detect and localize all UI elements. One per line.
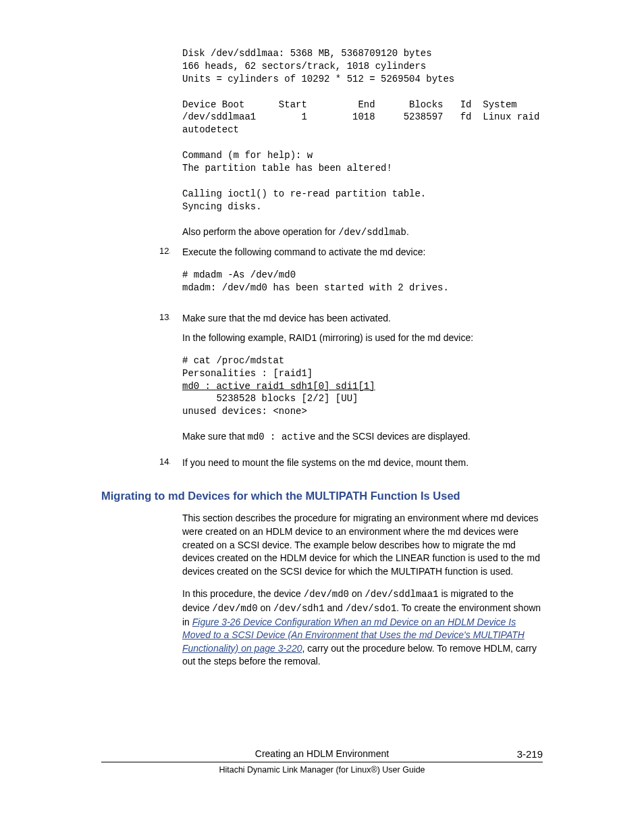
paragraph-procedure-detail: In this procedure, the device /dev/md0 o… [182,588,543,669]
text-make-1: Make sure that [182,431,248,442]
device-path-sddlmab: /dev/sddlmab [338,227,406,238]
list-number-12: 12. [159,246,182,306]
text-make-2: and the SCSI devices are displayed. [315,431,471,442]
step13-text1: Make sure that the md device has been ac… [182,312,543,325]
code-block-fdisk-output: Disk /dev/sddlmaa: 5368 MB, 5368709120 b… [182,47,543,213]
footer-title: Creating an HDLM Environment [101,748,543,762]
step14-text: If you need to mount the file systems on… [182,457,543,470]
list-number-14: 14. [159,457,182,477]
paragraph-section-intro: This section describes the procedure for… [182,512,543,578]
list-item-13: 13. Make sure that the md device has bee… [159,312,543,451]
list-number-13: 13. [159,312,182,451]
text-also-1: Also perform the above operation for [182,226,338,237]
paragraph-make-sure: Make sure that md0 : active and the SCSI… [182,430,543,444]
list-item-12: 12. Execute the following command to act… [159,246,543,306]
step12-text: Execute the following command to activat… [182,246,543,259]
code-block-mdadm-activate: # mdadm -As /dev/md0 mdadm: /dev/md0 has… [182,269,543,294]
code-md0-active: md0 : active [248,432,316,442]
section-heading-migrating: Migrating to md Devices for which the MU… [101,490,543,502]
paragraph-also-perform: Also perform the above operation for /de… [182,226,543,240]
step13-text2: In the following example, RAID1 (mirrori… [182,332,543,345]
text-also-2: . [406,226,409,237]
list-item-14: 14. If you need to mount the file system… [159,457,543,477]
code-block-mdstat: # cat /proc/mdstat Personalities : [raid… [182,355,543,418]
page-footer: Creating an HDLM Environment Hitachi Dyn… [101,748,543,775]
footer-subtitle: Hitachi Dynamic Link Manager (for Linux®… [101,762,543,775]
